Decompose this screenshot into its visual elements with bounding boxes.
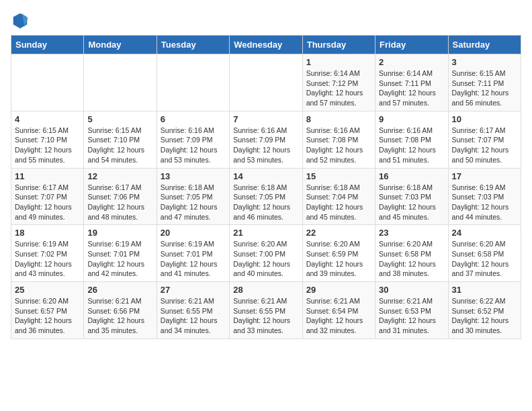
calendar-cell: 21Sunrise: 6:20 AM Sunset: 7:00 PM Dayli… bbox=[230, 225, 302, 282]
day-info: Sunrise: 6:21 AM Sunset: 6:55 PM Dayligh… bbox=[233, 296, 298, 336]
day-info: Sunrise: 6:19 AM Sunset: 7:03 PM Dayligh… bbox=[452, 183, 517, 222]
logo-icon bbox=[11, 11, 30, 30]
calendar-cell bbox=[11, 54, 84, 111]
calendar-cell: 24Sunrise: 6:20 AM Sunset: 6:58 PM Dayli… bbox=[448, 225, 521, 282]
day-info: Sunrise: 6:18 AM Sunset: 7:03 PM Dayligh… bbox=[379, 183, 444, 222]
calendar-cell: 14Sunrise: 6:18 AM Sunset: 7:05 PM Dayli… bbox=[230, 168, 302, 225]
day-number: 19 bbox=[87, 228, 152, 238]
day-info: Sunrise: 6:20 AM Sunset: 6:59 PM Dayligh… bbox=[306, 239, 371, 279]
calendar-table: SundayMondayTuesdayWednesdayThursdayFrid… bbox=[11, 35, 521, 339]
day-number: 22 bbox=[306, 228, 371, 238]
day-number: 15 bbox=[306, 171, 371, 181]
day-number: 13 bbox=[161, 171, 226, 181]
day-info: Sunrise: 6:19 AM Sunset: 7:01 PM Dayligh… bbox=[161, 239, 226, 279]
calendar-cell: 2Sunrise: 6:14 AM Sunset: 7:11 PM Daylig… bbox=[375, 54, 448, 111]
day-number: 12 bbox=[87, 171, 152, 181]
day-info: Sunrise: 6:17 AM Sunset: 7:06 PM Dayligh… bbox=[87, 183, 152, 222]
day-number: 11 bbox=[15, 171, 80, 181]
day-header-thursday: Thursday bbox=[302, 36, 375, 54]
day-info: Sunrise: 6:16 AM Sunset: 7:09 PM Dayligh… bbox=[161, 126, 226, 165]
week-row-2: 4Sunrise: 6:15 AM Sunset: 7:10 PM Daylig… bbox=[11, 111, 521, 168]
logo bbox=[11, 11, 32, 30]
day-number: 6 bbox=[161, 114, 226, 124]
calendar-cell: 9Sunrise: 6:16 AM Sunset: 7:08 PM Daylig… bbox=[375, 111, 448, 168]
calendar-cell: 11Sunrise: 6:17 AM Sunset: 7:07 PM Dayli… bbox=[11, 168, 84, 225]
page-header bbox=[11, 11, 521, 30]
calendar-cell: 20Sunrise: 6:19 AM Sunset: 7:01 PM Dayli… bbox=[157, 225, 229, 282]
day-number: 10 bbox=[452, 114, 517, 124]
day-info: Sunrise: 6:21 AM Sunset: 6:54 PM Dayligh… bbox=[306, 296, 371, 336]
week-row-1: 1Sunrise: 6:14 AM Sunset: 7:12 PM Daylig… bbox=[11, 54, 521, 111]
day-header-saturday: Saturday bbox=[448, 36, 521, 54]
calendar-cell: 23Sunrise: 6:20 AM Sunset: 6:58 PM Dayli… bbox=[375, 225, 448, 282]
calendar-cell: 28Sunrise: 6:21 AM Sunset: 6:55 PM Dayli… bbox=[230, 282, 302, 339]
day-number: 5 bbox=[87, 114, 152, 124]
day-number: 1 bbox=[306, 57, 371, 67]
day-info: Sunrise: 6:16 AM Sunset: 7:09 PM Dayligh… bbox=[233, 126, 298, 165]
day-number: 29 bbox=[306, 285, 371, 295]
day-info: Sunrise: 6:19 AM Sunset: 7:01 PM Dayligh… bbox=[87, 239, 152, 279]
day-header-sunday: Sunday bbox=[11, 36, 84, 54]
day-number: 9 bbox=[379, 114, 444, 124]
calendar-cell: 27Sunrise: 6:21 AM Sunset: 6:55 PM Dayli… bbox=[157, 282, 229, 339]
day-info: Sunrise: 6:20 AM Sunset: 7:00 PM Dayligh… bbox=[233, 239, 298, 279]
calendar-cell bbox=[84, 54, 157, 111]
day-number: 7 bbox=[233, 114, 298, 124]
calendar-cell: 18Sunrise: 6:19 AM Sunset: 7:02 PM Dayli… bbox=[11, 225, 84, 282]
calendar-body: 1Sunrise: 6:14 AM Sunset: 7:12 PM Daylig… bbox=[11, 54, 521, 339]
calendar-cell: 17Sunrise: 6:19 AM Sunset: 7:03 PM Dayli… bbox=[448, 168, 521, 225]
calendar-cell: 19Sunrise: 6:19 AM Sunset: 7:01 PM Dayli… bbox=[84, 225, 157, 282]
day-number: 23 bbox=[379, 228, 444, 238]
calendar-cell: 8Sunrise: 6:16 AM Sunset: 7:08 PM Daylig… bbox=[302, 111, 375, 168]
day-info: Sunrise: 6:18 AM Sunset: 7:05 PM Dayligh… bbox=[161, 183, 226, 222]
calendar-cell: 16Sunrise: 6:18 AM Sunset: 7:03 PM Dayli… bbox=[375, 168, 448, 225]
day-info: Sunrise: 6:17 AM Sunset: 7:07 PM Dayligh… bbox=[452, 126, 517, 165]
calendar-cell: 31Sunrise: 6:22 AM Sunset: 6:52 PM Dayli… bbox=[448, 282, 521, 339]
week-row-5: 25Sunrise: 6:20 AM Sunset: 6:57 PM Dayli… bbox=[11, 282, 521, 339]
day-info: Sunrise: 6:21 AM Sunset: 6:53 PM Dayligh… bbox=[379, 296, 444, 336]
calendar-cell bbox=[230, 54, 302, 111]
calendar-header-row: SundayMondayTuesdayWednesdayThursdayFrid… bbox=[11, 36, 521, 54]
calendar-cell bbox=[157, 54, 229, 111]
day-info: Sunrise: 6:19 AM Sunset: 7:02 PM Dayligh… bbox=[15, 239, 80, 279]
day-number: 25 bbox=[15, 285, 80, 295]
calendar-cell: 26Sunrise: 6:21 AM Sunset: 6:56 PM Dayli… bbox=[84, 282, 157, 339]
day-info: Sunrise: 6:17 AM Sunset: 7:07 PM Dayligh… bbox=[15, 183, 80, 222]
calendar-cell: 1Sunrise: 6:14 AM Sunset: 7:12 PM Daylig… bbox=[302, 54, 375, 111]
calendar-cell: 29Sunrise: 6:21 AM Sunset: 6:54 PM Dayli… bbox=[302, 282, 375, 339]
week-row-4: 18Sunrise: 6:19 AM Sunset: 7:02 PM Dayli… bbox=[11, 225, 521, 282]
day-header-monday: Monday bbox=[84, 36, 157, 54]
day-info: Sunrise: 6:22 AM Sunset: 6:52 PM Dayligh… bbox=[452, 296, 517, 336]
day-info: Sunrise: 6:20 AM Sunset: 6:58 PM Dayligh… bbox=[379, 239, 444, 279]
calendar-cell: 4Sunrise: 6:15 AM Sunset: 7:10 PM Daylig… bbox=[11, 111, 84, 168]
day-info: Sunrise: 6:18 AM Sunset: 7:04 PM Dayligh… bbox=[306, 183, 371, 222]
day-info: Sunrise: 6:21 AM Sunset: 6:55 PM Dayligh… bbox=[161, 296, 226, 336]
calendar-cell: 22Sunrise: 6:20 AM Sunset: 6:59 PM Dayli… bbox=[302, 225, 375, 282]
day-number: 26 bbox=[87, 285, 152, 295]
calendar-cell: 30Sunrise: 6:21 AM Sunset: 6:53 PM Dayli… bbox=[375, 282, 448, 339]
day-info: Sunrise: 6:18 AM Sunset: 7:05 PM Dayligh… bbox=[233, 183, 298, 222]
day-number: 3 bbox=[452, 57, 517, 67]
day-header-wednesday: Wednesday bbox=[230, 36, 302, 54]
calendar-cell: 25Sunrise: 6:20 AM Sunset: 6:57 PM Dayli… bbox=[11, 282, 84, 339]
day-info: Sunrise: 6:16 AM Sunset: 7:08 PM Dayligh… bbox=[379, 126, 444, 165]
day-info: Sunrise: 6:15 AM Sunset: 7:10 PM Dayligh… bbox=[15, 126, 80, 165]
day-number: 17 bbox=[452, 171, 517, 181]
week-row-3: 11Sunrise: 6:17 AM Sunset: 7:07 PM Dayli… bbox=[11, 168, 521, 225]
day-number: 21 bbox=[233, 228, 298, 238]
day-number: 14 bbox=[233, 171, 298, 181]
day-info: Sunrise: 6:15 AM Sunset: 7:10 PM Dayligh… bbox=[87, 126, 152, 165]
calendar-cell: 13Sunrise: 6:18 AM Sunset: 7:05 PM Dayli… bbox=[157, 168, 229, 225]
day-info: Sunrise: 6:20 AM Sunset: 6:57 PM Dayligh… bbox=[15, 296, 80, 336]
day-number: 8 bbox=[306, 114, 371, 124]
calendar-cell: 15Sunrise: 6:18 AM Sunset: 7:04 PM Dayli… bbox=[302, 168, 375, 225]
day-info: Sunrise: 6:14 AM Sunset: 7:11 PM Dayligh… bbox=[379, 68, 444, 108]
calendar-cell: 10Sunrise: 6:17 AM Sunset: 7:07 PM Dayli… bbox=[448, 111, 521, 168]
day-info: Sunrise: 6:20 AM Sunset: 6:58 PM Dayligh… bbox=[452, 239, 517, 279]
day-number: 31 bbox=[452, 285, 517, 295]
day-info: Sunrise: 6:21 AM Sunset: 6:56 PM Dayligh… bbox=[87, 296, 152, 336]
day-header-friday: Friday bbox=[375, 36, 448, 54]
day-number: 18 bbox=[15, 228, 80, 238]
calendar-cell: 3Sunrise: 6:15 AM Sunset: 7:11 PM Daylig… bbox=[448, 54, 521, 111]
day-header-tuesday: Tuesday bbox=[157, 36, 229, 54]
